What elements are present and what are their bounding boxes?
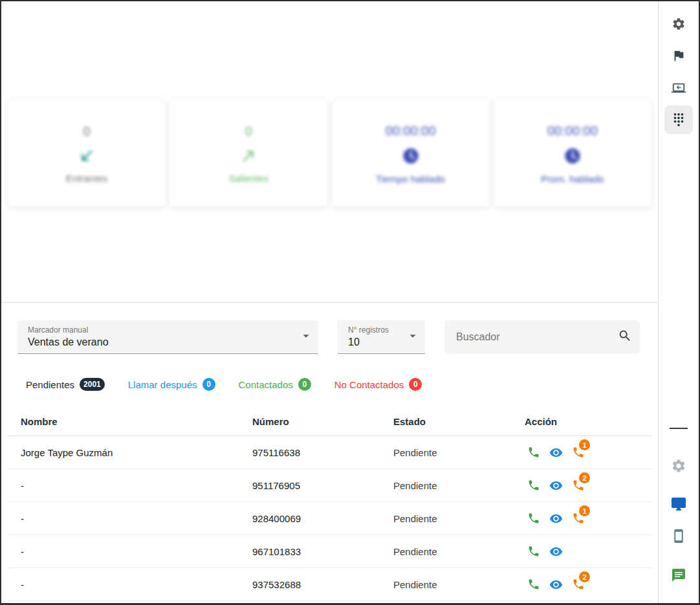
tab-contactados[interactable]: Contactados 0	[239, 378, 311, 391]
clock-icon	[402, 147, 420, 165]
call-made-icon	[240, 148, 257, 164]
table-row	[8, 601, 651, 605]
tab-llamar-despues[interactable]: Llamar después 0	[128, 378, 215, 391]
col-header-accion: Acción	[525, 416, 639, 427]
tab-label: No Contactados	[334, 379, 404, 390]
smartphone-icon[interactable]	[672, 529, 686, 544]
stat-card-salientes: 0 Salientes	[170, 100, 327, 207]
redial-count-badge: 2	[579, 472, 590, 483]
contact-number: 951176905	[252, 480, 393, 491]
flag-icon[interactable]	[672, 49, 686, 63]
contact-status: Pendiente	[393, 513, 525, 524]
stat-label: Prom. hablado	[541, 173, 604, 184]
row-actions: 1	[525, 446, 639, 459]
call-button[interactable]	[527, 479, 540, 492]
search-input[interactable]	[444, 320, 640, 354]
stat-value: 0	[83, 124, 91, 139]
chevron-down-icon	[406, 329, 420, 346]
stat-label: Entrantes	[66, 173, 107, 184]
table-row: - 951176905 Pendiente 2	[8, 469, 651, 502]
call-button[interactable]	[527, 545, 540, 558]
stats-row: 0 Entrantes 0 Salientes 00:00:00 Tiempo …	[8, 100, 651, 207]
table-body: Jorge Taype Guzmán 975116638 Pendiente 1…	[8, 436, 651, 605]
row-actions: 1	[525, 512, 639, 525]
filters-row: Marcador manual Ventas de verano N° regi…	[1, 303, 658, 354]
contact-number: 928400069	[252, 513, 393, 524]
redial-count-badge: 2	[579, 571, 590, 582]
chevron-down-icon	[299, 329, 313, 346]
campaign-select-label: Marcador manual	[28, 325, 295, 335]
view-button[interactable]	[549, 578, 563, 591]
tab-count-badge: 0	[298, 378, 311, 391]
campaign-select[interactable]: Marcador manual Ventas de verano	[17, 320, 318, 354]
toolbar-divider	[670, 428, 688, 429]
redial-button[interactable]: 1	[572, 446, 585, 459]
tabs-row: Pendientes 2001 Llamar después 0 Contact…	[26, 376, 658, 393]
stat-card-tiempo-hablado: 00:00:00 Tiempo hablado	[332, 100, 490, 207]
tab-pendientes[interactable]: Pendientes 2001	[26, 378, 105, 391]
col-header-numero: Número	[252, 416, 393, 427]
contacts-table: Nombre Número Estado Acción Jorge Taype …	[8, 407, 651, 605]
dialer-panel: Marcador manual Ventas de verano N° regi…	[1, 302, 658, 605]
contact-number: 975116638	[252, 447, 393, 458]
table-header: Nombre Número Estado Acción	[8, 407, 651, 436]
stat-value: 00:00:00	[547, 124, 598, 138]
contact-name: Jorge Taype Guzmán	[21, 447, 252, 458]
stat-value: 00:00:00	[386, 124, 436, 138]
row-actions: 2	[525, 479, 639, 492]
tab-count-badge: 0	[202, 378, 215, 391]
tab-count-badge: 2001	[80, 378, 105, 391]
tab-no-contactados[interactable]: No Contactados 0	[334, 378, 422, 391]
dialpad-icon[interactable]	[664, 105, 693, 134]
call-button[interactable]	[527, 578, 540, 591]
desktop-icon[interactable]	[671, 496, 686, 512]
search-box	[444, 320, 640, 354]
table-row: - 967101833 Pendiente	[8, 535, 651, 568]
main-content: 0 Entrantes 0 Salientes 00:00:00 Tiempo …	[1, 1, 658, 603]
settings-icon[interactable]	[672, 17, 686, 31]
contact-name: -	[21, 579, 252, 590]
stat-card-entrantes: 0 Entrantes	[8, 100, 166, 207]
clock-icon	[563, 147, 582, 165]
campaign-select-value: Ventas de verano	[28, 336, 295, 348]
col-header-estado: Estado	[393, 416, 525, 427]
right-toolbar	[658, 1, 699, 603]
contact-name: -	[21, 546, 252, 557]
tab-label: Llamar después	[128, 379, 197, 390]
redial-button[interactable]: 2	[572, 578, 585, 591]
redial-count-badge: 1	[579, 439, 590, 450]
contact-status: Pendiente	[393, 447, 525, 458]
view-button[interactable]	[549, 512, 563, 525]
view-button[interactable]	[549, 446, 563, 459]
table-row: - 928400069 Pendiente 1	[8, 502, 651, 535]
stat-card-prom-hablado: 00:00:00 Prom. hablado	[494, 100, 651, 207]
tab-label: Pendientes	[26, 379, 74, 390]
table-row: Jorge Taype Guzmán 975116638 Pendiente 1	[8, 436, 651, 469]
tab-label: Contactados	[239, 379, 293, 390]
view-button[interactable]	[549, 545, 563, 558]
search-icon[interactable]	[618, 329, 632, 346]
contact-status: Pendiente	[393, 546, 525, 557]
contact-name: -	[21, 480, 252, 491]
settings-circle-icon[interactable]	[671, 458, 686, 474]
tab-count-badge: 0	[409, 378, 422, 391]
records-select-value: 10	[348, 336, 402, 348]
call-received-icon	[78, 148, 95, 164]
redial-button[interactable]: 2	[572, 479, 585, 492]
redial-button[interactable]: 1	[572, 512, 585, 525]
contact-number: 967101833	[252, 546, 393, 557]
records-select-label: N° registros	[348, 325, 402, 335]
chat-icon[interactable]	[671, 567, 686, 583]
call-button[interactable]	[527, 446, 540, 459]
row-actions	[525, 545, 639, 558]
stat-label: Tiempo hablado	[376, 173, 445, 184]
contact-name: -	[21, 513, 252, 524]
records-select[interactable]: N° registros 10	[338, 320, 425, 354]
call-button[interactable]	[527, 512, 540, 525]
stat-label: Salientes	[229, 173, 269, 184]
screen-share-icon[interactable]	[672, 81, 686, 95]
contact-status: Pendiente	[393, 579, 525, 590]
redial-count-badge: 1	[579, 505, 590, 516]
row-actions: 2	[525, 578, 639, 591]
view-button[interactable]	[549, 479, 563, 492]
